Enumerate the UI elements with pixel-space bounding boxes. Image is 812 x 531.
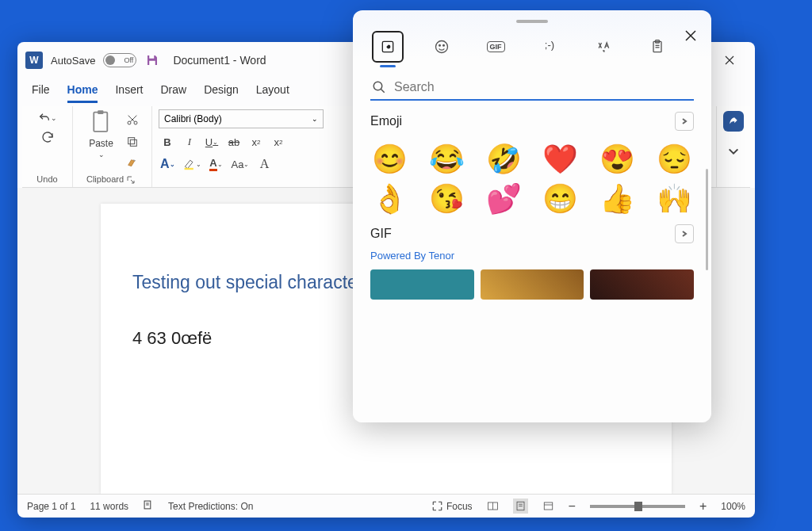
gif-row: [370, 269, 694, 300]
search-icon: [372, 80, 386, 94]
highlight-button[interactable]: ⌄: [182, 155, 203, 173]
emoji-panel-tabs: GIF ;-): [353, 28, 711, 71]
emoji-item[interactable]: ❤️: [541, 145, 580, 174]
svg-rect-8: [184, 168, 193, 170]
emoji-item[interactable]: 🤣: [484, 145, 523, 174]
redo-button[interactable]: [39, 128, 56, 146]
save-icon[interactable]: [144, 52, 160, 68]
cut-button[interactable]: [124, 111, 141, 128]
emoji-section-expand[interactable]: [675, 112, 694, 131]
status-page[interactable]: Page 1 of 1: [27, 501, 75, 512]
collapse-ribbon-button[interactable]: [725, 143, 742, 160]
emoji-section-title: Emoji: [370, 114, 402, 128]
svg-rect-2: [94, 113, 107, 132]
svg-line-26: [381, 89, 385, 93]
emoji-item[interactable]: 😊: [370, 145, 410, 174]
undo-group-label: Undo: [36, 174, 57, 184]
autosave-label: AutoSave: [51, 55, 95, 67]
emoji-item[interactable]: 🙌: [654, 185, 694, 213]
tab-home[interactable]: Home: [67, 83, 98, 103]
change-case-button[interactable]: Aa⌄: [230, 155, 251, 173]
tab-design[interactable]: Design: [204, 83, 239, 103]
status-predictions[interactable]: Text Predictions: On: [168, 501, 253, 512]
emoji-grid: 😊 😂 🤣 ❤️ 😍 😔 👌 😘 💕 😁 👍 🙌: [370, 145, 694, 213]
zoom-level[interactable]: 100%: [721, 501, 745, 512]
clear-formatting-button[interactable]: A: [255, 155, 273, 173]
undo-button[interactable]: ⌄: [36, 109, 59, 127]
svg-rect-1: [150, 61, 156, 65]
close-button[interactable]: [712, 48, 747, 72]
tab-layout[interactable]: Layout: [256, 83, 289, 103]
word-app-icon: W: [25, 52, 43, 69]
superscript-button[interactable]: x2: [270, 133, 287, 151]
svg-rect-0: [150, 55, 155, 59]
svg-rect-3: [98, 110, 103, 114]
svg-point-19: [439, 45, 441, 47]
copy-button[interactable]: [124, 133, 141, 151]
emoji-search[interactable]: [370, 75, 694, 101]
tab-insert[interactable]: Insert: [115, 83, 143, 103]
gif-powered-by: Powered By Tenor: [370, 250, 694, 262]
emoji-search-input[interactable]: [394, 80, 692, 94]
gif-thumb[interactable]: [370, 269, 474, 300]
emoji-item[interactable]: 💕: [484, 185, 523, 213]
svg-rect-7: [128, 138, 134, 144]
emoji-item[interactable]: 😂: [427, 145, 467, 174]
web-layout-button[interactable]: [542, 500, 554, 512]
gif-thumb[interactable]: [481, 269, 584, 300]
svg-point-20: [443, 45, 445, 47]
zoom-in-button[interactable]: +: [699, 499, 707, 514]
italic-button[interactable]: I: [181, 133, 198, 151]
strikethrough-button[interactable]: ab: [225, 133, 243, 151]
focus-mode-button[interactable]: Focus: [431, 500, 473, 512]
tab-draw[interactable]: Draw: [160, 83, 186, 103]
gif-section-expand[interactable]: [675, 224, 694, 243]
emoji-item[interactable]: 😔: [654, 145, 694, 174]
emoji-tab-clipboard[interactable]: [642, 31, 673, 63]
gif-section-title: GIF: [370, 227, 392, 241]
emoji-tab-gif[interactable]: GIF: [480, 31, 511, 63]
paste-button[interactable]: Paste ⌄: [84, 109, 119, 159]
text-effects-button[interactable]: A⌄: [159, 155, 177, 173]
clipboard-group-label: Clipboard: [86, 174, 124, 184]
drag-handle[interactable]: [516, 20, 548, 23]
emoji-item[interactable]: 😘: [427, 185, 467, 213]
zoom-slider[interactable]: [590, 505, 685, 508]
emoji-panel: GIF ;-) Emoji 😊 😂 🤣 ❤️ 😍 😔 👌 😘 💕 😁 👍 🙌: [353, 10, 711, 422]
emoji-tab-symbols[interactable]: [588, 31, 619, 63]
status-word-count[interactable]: 11 words: [90, 501, 128, 512]
emoji-panel-scrollbar[interactable]: [706, 169, 708, 270]
clipboard-launcher-icon[interactable]: [127, 173, 138, 184]
emoji-panel-close-button[interactable]: [680, 25, 702, 47]
status-bar: Page 1 of 1 11 words Text Predictions: O…: [17, 494, 755, 518]
emoji-item[interactable]: 😍: [598, 145, 638, 174]
svg-point-18: [436, 41, 448, 53]
emoji-item[interactable]: 👌: [370, 185, 410, 213]
print-layout-button[interactable]: [513, 499, 528, 514]
font-color-button[interactable]: A⌄: [208, 155, 225, 173]
share-button[interactable]: [723, 111, 744, 132]
bold-button[interactable]: B: [159, 133, 176, 151]
svg-rect-6: [130, 139, 136, 146]
font-name-select[interactable]: Calibri (Body)⌄: [159, 109, 324, 128]
gif-thumb[interactable]: [590, 269, 694, 300]
emoji-item[interactable]: 👍: [598, 185, 638, 213]
autosave-toggle[interactable]: Off: [103, 53, 136, 67]
underline-button[interactable]: U⌄: [203, 133, 220, 151]
emoji-item[interactable]: 😁: [541, 185, 580, 213]
spellcheck-icon[interactable]: [143, 499, 154, 513]
svg-rect-15: [544, 502, 553, 510]
tab-file[interactable]: File: [32, 83, 50, 103]
document-title: Document1 - Word: [173, 54, 266, 67]
emoji-tab-emoji[interactable]: [426, 31, 458, 63]
zoom-out-button[interactable]: −: [569, 499, 576, 514]
read-mode-button[interactable]: [487, 500, 499, 512]
svg-point-25: [373, 82, 382, 90]
subscript-button[interactable]: x2: [247, 133, 265, 151]
emoji-tab-recent[interactable]: [372, 31, 404, 63]
emoji-tab-kaomoji[interactable]: ;-): [534, 31, 565, 63]
format-painter-button[interactable]: [124, 155, 141, 173]
